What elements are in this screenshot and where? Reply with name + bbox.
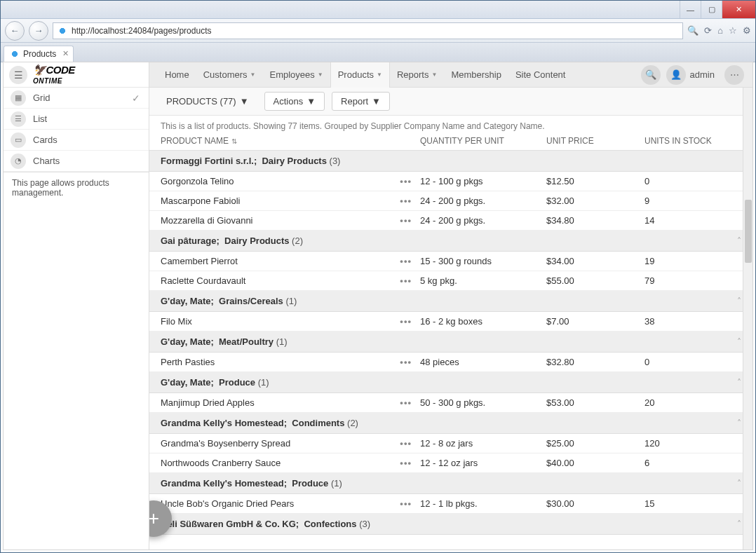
cell-price: $34.80 [546,215,644,226]
cell-product-name: Northwoods Cranberry Sauce [161,458,399,468]
table-row[interactable]: Manjimup Dried Apples•••50 - 300 g pkgs.… [149,393,752,413]
cell-quantity: 48 pieces [420,357,546,367]
cell-product-name: Mozzarella di Giovanni [161,215,399,226]
group-header[interactable]: Grandma Kelly's Homestead; Condiments (2… [149,413,752,434]
sidebar-item-cards[interactable]: ▭ Cards [4,130,149,151]
group-header[interactable]: Formaggi Fortini s.r.l.; Dairy Products … [149,151,752,172]
table-row[interactable]: Mozzarella di Giovanni•••24 - 200 g pkgs… [149,211,752,231]
actions-button[interactable]: Actions▼ [264,92,325,111]
sidebar-item-charts[interactable]: ◔ Charts [4,151,149,172]
row-actions-icon[interactable]: ••• [399,498,420,509]
cell-quantity: 12 - 12 oz jars [420,458,546,468]
browser-tab[interactable]: Products ✕ [4,46,74,62]
table-row[interactable]: Northwoods Cranberry Sauce•••12 - 12 oz … [149,453,752,473]
cell-quantity: 12 - 1 lb pkgs. [420,498,546,509]
nav-employees[interactable]: Employees▼ [262,62,330,88]
cell-product-name: Manjimup Dried Apples [161,397,399,408]
favorites-icon[interactable]: ☆ [729,25,737,36]
sort-asc-icon: ⇅ [231,137,237,145]
nav-customers[interactable]: Customers▼ [196,62,263,88]
nav-membership[interactable]: Membership [444,62,508,88]
nav-reports[interactable]: Reports▼ [390,62,444,88]
col-units-stock[interactable]: UNITS IN STOCK [644,136,741,146]
forward-button[interactable]: → [29,21,48,41]
caret-icon: ▼ [431,71,437,78]
minimize-button[interactable]: — [680,1,701,18]
cell-stock: 6 [644,458,741,468]
chevron-up-icon[interactable]: ˄ [737,418,741,428]
cell-price: $53.00 [546,397,644,408]
report-button[interactable]: Report▼ [332,92,390,111]
tab-close-icon[interactable]: ✕ [62,49,69,58]
main: Home Customers▼ Employees▼ Products▼ Rep… [149,62,752,549]
tools-icon[interactable]: ⚙ [743,25,751,36]
cell-quantity: 5 kg pkg. [420,275,546,286]
chevron-up-icon[interactable]: ˄ [737,236,741,246]
maximize-button[interactable]: ▢ [701,1,722,18]
row-actions-icon[interactable]: ••• [399,438,420,449]
products-count-dropdown[interactable]: PRODUCTS (77)▼ [158,93,257,110]
cell-stock: 0 [644,357,741,367]
caret-icon: ▼ [240,96,249,107]
row-actions-icon[interactable]: ••• [399,196,420,206]
table-row[interactable]: Grandma's Boysenberry Spread•••12 - 8 oz… [149,434,752,453]
more-button[interactable]: ⋯ [724,65,744,85]
group-header[interactable]: G'day, Mate; Grains/Cereals (1)˄ [149,291,752,312]
row-actions-icon[interactable]: ••• [399,215,420,226]
table-row[interactable]: Mascarpone Fabioli•••24 - 200 g pkgs.$32… [149,191,752,211]
nav-products[interactable]: Products▼ [330,62,390,88]
table-row[interactable]: Raclette Courdavault•••5 kg pkg.$55.0079 [149,271,752,291]
tab-bar: Products ✕ [1,43,755,62]
home-icon[interactable]: ⌂ [717,25,723,36]
chevron-up-icon[interactable]: ˄ [737,479,741,489]
col-quantity[interactable]: QUANTITY PER UNIT [420,136,546,146]
group-header[interactable]: G'day, Mate; Produce (1)˄ [149,372,752,393]
group-header[interactable]: Heli Süßwaren GmbH & Co. KG; Confections… [149,514,752,535]
cell-stock: 0 [644,176,741,186]
menu-button[interactable]: ☰ [9,66,27,84]
group-header[interactable]: Gai pâturage; Dairy Products (2)˄ [149,231,752,252]
cell-product-name: Filo Mix [161,316,399,327]
grid-header: PRODUCT NAME ⇅ QUANTITY PER UNIT UNIT PR… [149,134,752,151]
chevron-up-icon[interactable]: ˄ [737,296,741,306]
row-actions-icon[interactable]: ••• [399,256,420,266]
nav-home[interactable]: Home [158,62,196,88]
back-button[interactable]: ← [5,21,25,41]
row-actions-icon[interactable]: ••• [399,275,420,286]
scrollbar-thumb[interactable] [745,200,752,263]
sidebar-description: This page allows products management. [4,172,149,203]
search-icon[interactable]: 🔍 [687,25,698,36]
table-row[interactable]: Gorgonzola Telino•••12 - 100 g pkgs$12.5… [149,172,752,191]
table-row[interactable]: Camembert Pierrot•••15 - 300 g rounds$34… [149,252,752,271]
cell-quantity: 24 - 200 g pkgs. [420,196,546,206]
url-text: http://localhost:24084/pages/products [72,26,211,36]
row-actions-icon[interactable]: ••• [399,357,420,367]
search-button[interactable]: 🔍 [641,65,661,85]
url-bar[interactable]: http://localhost:24084/pages/products [53,22,683,39]
nav-sitecontent[interactable]: Site Content [508,62,573,88]
scrollbar-track[interactable] [743,88,752,549]
cell-stock: 9 [644,196,741,206]
col-product-name[interactable]: PRODUCT NAME ⇅ [161,136,420,146]
row-actions-icon[interactable]: ••• [399,458,420,468]
table-row[interactable]: Uncle Bob's Organic Dried Pears•••12 - 1… [149,494,752,514]
chevron-up-icon[interactable]: ˄ [737,378,741,388]
row-actions-icon[interactable]: ••• [399,316,420,327]
table-row[interactable]: Perth Pasties•••48 pieces$32.800 [149,353,752,372]
caret-icon: ▼ [377,71,382,78]
caret-icon: ▼ [306,96,316,107]
cell-price: $34.00 [546,256,644,266]
table-row[interactable]: Filo Mix•••16 - 2 kg boxes$7.0038 [149,312,752,332]
sidebar-item-list[interactable]: ☰ List [4,109,149,130]
col-unit-price[interactable]: UNIT PRICE [546,136,644,146]
sidebar-item-grid[interactable]: ▦ Grid ✓ [4,88,149,109]
chevron-up-icon[interactable]: ˄ [737,519,741,529]
chevron-up-icon[interactable]: ˄ [737,337,741,347]
user-icon[interactable]: 👤 [666,65,686,85]
row-actions-icon[interactable]: ••• [399,397,420,408]
row-actions-icon[interactable]: ••• [399,176,420,186]
group-header[interactable]: G'day, Mate; Meat/Poultry (1)˄ [149,332,752,353]
refresh-icon[interactable]: ⟳ [704,25,712,36]
close-button[interactable]: ✕ [722,1,755,18]
group-header[interactable]: Grandma Kelly's Homestead; Produce (1)˄ [149,473,752,494]
